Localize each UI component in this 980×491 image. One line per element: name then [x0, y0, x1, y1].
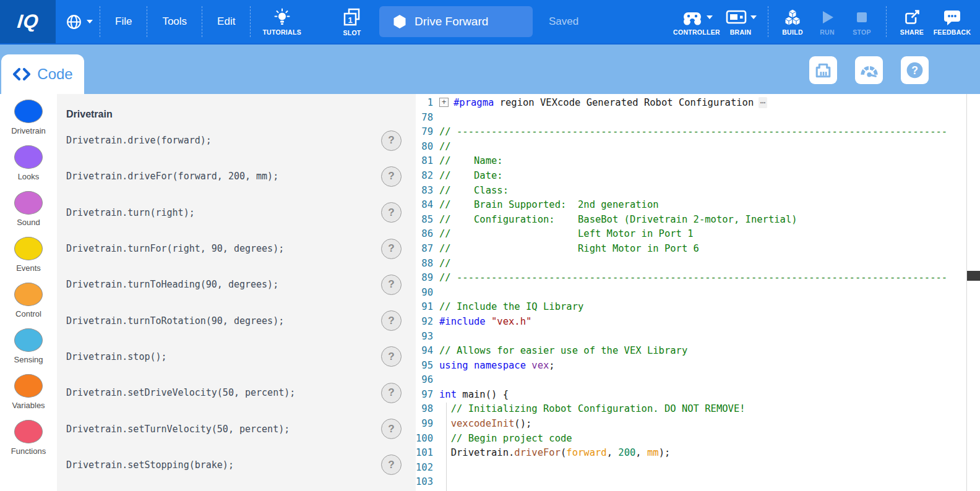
globe-icon [66, 14, 82, 30]
command-help-button[interactable]: ? [381, 310, 402, 331]
category-color-dot[interactable] [14, 420, 43, 443]
controller-icon [681, 9, 703, 26]
share-icon [903, 9, 921, 26]
line-number: 90 [416, 286, 439, 301]
command-help-button[interactable]: ? [381, 455, 402, 475]
project-name-button[interactable]: Drive Forward [379, 6, 533, 37]
share-button[interactable]: SHARE [893, 7, 931, 36]
code-line: 89 // ----------------------------------… [416, 271, 980, 286]
slot-button[interactable]: 1 SLOT [342, 7, 362, 36]
command-text[interactable]: Drivetrain.turnToHeading(90, degrees); [66, 279, 278, 290]
category-color-dot[interactable] [14, 191, 43, 215]
dashboard-button[interactable] [855, 56, 883, 84]
top-toolbar: IQ File Tools Edit [0, 0, 980, 43]
run-play-icon [819, 9, 835, 25]
stop-label: STOP [853, 28, 871, 36]
feedback-button[interactable]: FEEDBACK [931, 7, 974, 36]
code-editor[interactable]: 1 +#pragma region VEXcode Generated Robo… [416, 94, 980, 491]
folded-region-ellipsis[interactable]: ⋯ [759, 97, 767, 108]
command-palette: Drivetrain Drivetrain.drive(forward); ? … [57, 94, 416, 491]
code-line: 94 // Allows for easier use of the VEX L… [416, 344, 980, 359]
category-label: Looks [18, 172, 40, 181]
main-content: Drivetrain Looks Sound Events Control Se… [0, 94, 980, 491]
scrollbar-thumb[interactable] [967, 271, 980, 281]
sidebar-category-drivetrain[interactable]: Drivetrain [0, 100, 57, 145]
category-color-dot[interactable] [14, 145, 43, 169]
category-label: Events [16, 263, 41, 273]
brain-port-icon [812, 59, 834, 81]
sidebar-category-variables[interactable]: Variables [0, 374, 57, 420]
line-number: 87 [416, 242, 439, 257]
line-number: 79 [416, 125, 439, 140]
sidebar-category-events[interactable]: Events [0, 237, 57, 283]
command-row: Drivetrain.setDriveVelocity(50, percent)… [57, 375, 416, 411]
line-content: // Allows for easier use of the VEX Libr… [439, 344, 687, 359]
controller-button[interactable]: CONTROLLER [673, 7, 720, 36]
command-text[interactable]: Drivetrain.turn(right); [66, 207, 195, 218]
command-help-button[interactable]: ? [381, 166, 402, 187]
stop-button[interactable]: STOP [845, 7, 879, 36]
code-line: 100 // Begin project code [416, 432, 980, 446]
toolbar-separator [768, 6, 768, 37]
menu-separator [100, 6, 100, 37]
command-help-button[interactable]: ? [381, 202, 402, 223]
command-help-button[interactable]: ? [381, 239, 402, 259]
line-number: 89 [416, 271, 439, 286]
code-line: 82 // Date: [416, 169, 980, 184]
command-text[interactable]: Drivetrain.setTurnVelocity(50, percent); [66, 424, 290, 435]
category-color-dot[interactable] [14, 374, 43, 398]
code-line: 102 [416, 461, 980, 476]
sidebar-category-functions[interactable]: Functions [0, 420, 57, 466]
brain-button[interactable]: BRAIN [720, 7, 761, 36]
vexcode-iq-logo: IQ [0, 0, 56, 43]
code-line: 85 // Configuration: BaseBot (Drivetrain… [416, 213, 980, 228]
run-button[interactable]: RUN [810, 7, 845, 36]
sidebar-category-sensing[interactable]: Sensing [0, 328, 57, 374]
command-text[interactable]: Drivetrain.turnFor(right, 90, degrees); [66, 243, 284, 254]
command-help-button[interactable]: ? [381, 383, 402, 403]
code-line: 101 Drivetrain.driveFor(forward, 200, mm… [416, 446, 980, 461]
controller-label: CONTROLLER [673, 28, 720, 36]
menu-separator [147, 6, 147, 37]
category-color-dot[interactable] [14, 328, 43, 352]
command-help-button[interactable]: ? [381, 275, 402, 295]
menu-file[interactable]: File [107, 15, 140, 28]
sidebar-category-control[interactable]: Control [0, 283, 57, 328]
menu-edit[interactable]: Edit [209, 15, 243, 28]
code-line: 97 int main() { [416, 388, 980, 403]
chevron-down-icon [87, 20, 93, 23]
tutorials-button[interactable]: TUTORIALS [262, 8, 301, 36]
menu-tools[interactable]: Tools [154, 15, 195, 28]
port-view-button[interactable] [809, 56, 837, 84]
command-text[interactable]: Drivetrain.turnToRotation(90, degrees); [66, 315, 284, 327]
tab-code[interactable]: Code [1, 54, 84, 94]
command-help-button[interactable]: ? [381, 419, 402, 439]
help-button[interactable]: ? [901, 56, 929, 84]
category-sidebar: Drivetrain Looks Sound Events Control Se… [0, 94, 57, 491]
code-line: 84 // Brain Supported: 2nd generation [416, 198, 980, 213]
command-text[interactable]: Drivetrain.drive(forward); [66, 135, 212, 146]
category-color-dot[interactable] [14, 283, 43, 306]
sidebar-category-sound[interactable]: Sound [0, 191, 57, 237]
line-content: // Class: [439, 184, 509, 199]
command-text[interactable]: Drivetrain.driveFor(forward, 200, mm); [66, 171, 278, 182]
code-brackets-icon [12, 67, 31, 81]
line-content: // Initializing Robot Configuration. DO … [439, 402, 746, 417]
category-color-dot[interactable] [14, 100, 43, 123]
code-line: 83 // Class: [416, 184, 980, 199]
command-text[interactable]: Drivetrain.setStopping(brake); [66, 459, 234, 471]
line-number: 101 [416, 446, 439, 461]
chevron-down-icon [750, 15, 757, 19]
category-color-dot[interactable] [14, 237, 43, 260]
sidebar-category-looks[interactable]: Looks [0, 145, 57, 191]
fold-toggle-icon[interactable]: + [439, 98, 449, 107]
command-help-button[interactable]: ? [381, 346, 402, 367]
command-text[interactable]: Drivetrain.stop(); [66, 351, 167, 362]
line-content: // Right Motor in Port 6 [439, 242, 699, 257]
line-number: 88 [416, 257, 439, 271]
command-help-button[interactable]: ? [381, 130, 402, 151]
language-selector[interactable] [66, 14, 93, 30]
command-text[interactable]: Drivetrain.setDriveVelocity(50, percent)… [66, 387, 295, 398]
line-content: vexcodeInit(); [439, 417, 531, 432]
build-button[interactable]: BUILD [775, 7, 810, 36]
